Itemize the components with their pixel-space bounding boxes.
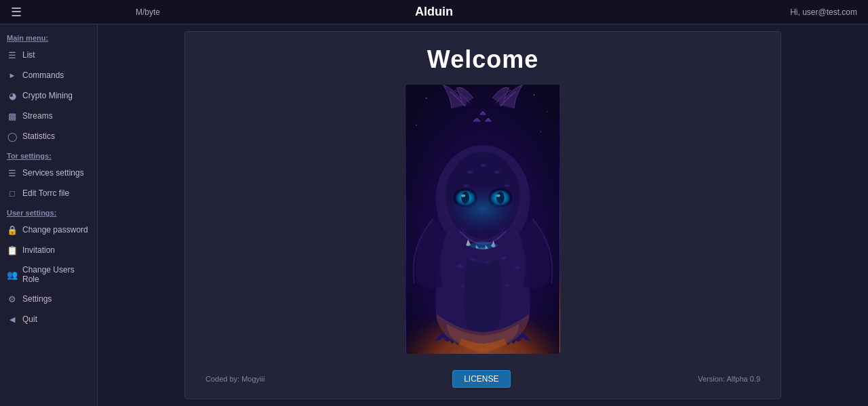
sidebar-item-statistics[interactable]: ◯ Statistics	[0, 126, 97, 146]
sidebar-label-statistics: Statistics	[22, 131, 55, 141]
app-title: Alduin	[415, 5, 453, 19]
sidebar-label-services-settings: Services settings	[22, 168, 84, 178]
license-button[interactable]: LICENSE	[452, 370, 510, 388]
sidebar-item-list[interactable]: ☰ List	[0, 45, 97, 65]
sidebar-label-settings: Settings	[22, 294, 52, 304]
user-settings-label: User settings:	[0, 203, 97, 220]
streams-icon: ▩	[7, 110, 18, 121]
sidebar-label-commands: Commands	[22, 70, 64, 80]
hamburger-menu[interactable]: ☰	[11, 5, 22, 20]
footer-bar: Coded by: Mogyiii LICENSE Version: Alfph…	[199, 366, 767, 388]
services-settings-icon: ☰	[7, 167, 18, 178]
sidebar-item-quit[interactable]: ◀ Quit	[0, 309, 97, 329]
coded-by-text: Coded by: Mogyiii	[205, 375, 264, 383]
version-text: Version: Alfpha 0.9	[698, 375, 760, 383]
sidebar-item-services-settings[interactable]: ☰ Services settings	[0, 163, 97, 183]
main-content: Welcome	[98, 24, 868, 406]
welcome-panel: Welcome	[184, 31, 781, 399]
sidebar-label-invitation: Invitation	[22, 245, 55, 255]
sidebar-label-quit: Quit	[22, 314, 37, 324]
sidebar-item-change-users-role[interactable]: 👥 Change Users Role	[0, 260, 97, 289]
list-icon: ☰	[7, 49, 18, 60]
main-layout: Main menu: ☰ List ► Commands ◕ Crypto Mi…	[0, 24, 868, 406]
sidebar-label-edit-torrc: Edit Torrc file	[22, 188, 69, 198]
sidebar-item-settings[interactable]: ⚙ Settings	[0, 289, 97, 309]
tor-settings-label: Tor settings:	[0, 146, 97, 163]
sidebar-item-streams[interactable]: ▩ Streams	[0, 106, 97, 126]
sidebar-label-change-password: Change password	[22, 225, 88, 235]
change-password-icon: 🔒	[7, 224, 18, 235]
sidebar-label-change-users-role: Change Users Role	[22, 265, 90, 284]
welcome-title: Welcome	[427, 45, 538, 74]
svg-rect-24	[406, 85, 559, 354]
edit-torrc-icon: □	[7, 188, 18, 199]
bandwidth-indicator: M/byte	[136, 7, 160, 17]
quit-icon: ◀	[7, 314, 18, 325]
change-users-role-icon: 👥	[7, 269, 18, 280]
topbar: ☰ Alduin M/byte Hi, user@test.com	[0, 0, 868, 24]
sidebar: Main menu: ☰ List ► Commands ◕ Crypto Mi…	[0, 24, 98, 406]
commands-icon: ►	[7, 70, 18, 81]
sidebar-item-edit-torrc[interactable]: □ Edit Torrc file	[0, 183, 97, 203]
main-menu-label: Main menu:	[0, 28, 97, 45]
crypto-icon: ◕	[7, 90, 18, 101]
statistics-icon: ◯	[7, 131, 18, 142]
sidebar-item-crypto-mining[interactable]: ◕ Crypto Mining	[0, 85, 97, 106]
sidebar-item-commands[interactable]: ► Commands	[0, 65, 97, 85]
sidebar-label-streams: Streams	[22, 111, 53, 121]
invitation-icon: 📋	[7, 245, 18, 256]
settings-icon: ⚙	[7, 293, 18, 304]
sidebar-label-crypto: Crypto Mining	[22, 91, 73, 100]
sidebar-item-invitation[interactable]: 📋 Invitation	[0, 240, 97, 260]
dragon-image	[406, 85, 560, 354]
sidebar-item-change-password[interactable]: 🔒 Change password	[0, 220, 97, 240]
user-greeting: Hi, user@test.com	[790, 7, 857, 17]
dragon-svg	[406, 85, 560, 354]
sidebar-label-list: List	[22, 50, 35, 60]
